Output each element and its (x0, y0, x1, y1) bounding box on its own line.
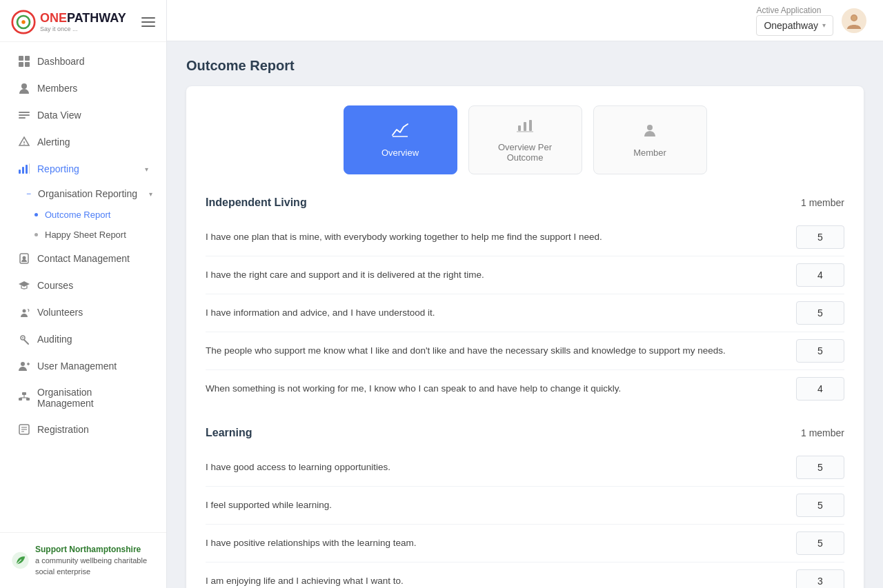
page-title: Outcome Report (186, 58, 864, 74)
chart-icon (391, 123, 409, 142)
svg-rect-15 (26, 165, 28, 174)
sidebar-item-registration[interactable]: Registration (4, 416, 162, 443)
score-box: 3 (796, 569, 844, 588)
sidebar-item-reporting[interactable]: Reporting ▾ (4, 156, 162, 182)
inactive-dot (34, 233, 38, 236)
sidebar-item-label: Dashboard (37, 56, 148, 67)
svg-rect-13 (19, 170, 21, 174)
outcome-row: When something is not working for me, I … (206, 370, 844, 407)
outcome-row: I have good access to learning opportuni… (206, 449, 844, 487)
dashboard-icon (18, 55, 30, 68)
svg-rect-26 (22, 392, 26, 395)
sidebar-item-label: User Management (37, 361, 148, 372)
sidebar-item-user-management[interactable]: User Management (4, 353, 162, 379)
active-app-section: Active Application Onepathway ▾ (756, 6, 833, 36)
outcome-row: The people who support me know what I li… (206, 332, 844, 370)
outcome-title: Learning (206, 427, 252, 439)
score-box: 4 (796, 377, 844, 401)
minus-icon: − (25, 189, 31, 199)
score-box: 5 (796, 339, 844, 363)
outcome-title: Independent Living (206, 196, 307, 209)
tab-member[interactable]: Member (593, 105, 707, 174)
alerting-icon (18, 136, 30, 148)
tab-label: Overview Per Outcome (498, 142, 552, 163)
logo-icon (11, 10, 36, 34)
svg-point-19 (23, 310, 26, 313)
outcome-text: I have information and advice, and I hav… (206, 306, 796, 320)
outcome-row: I have one plan that is mine, with every… (206, 219, 844, 256)
sidebar-item-label: Organisation Management (37, 387, 148, 409)
registration-icon (18, 423, 30, 436)
svg-rect-8 (19, 112, 30, 113)
svg-point-21 (22, 337, 23, 338)
section-independent-living: Independent Living1 memberI have one pla… (206, 196, 844, 407)
main-nav: Dashboard Members Data View Alerting (0, 42, 166, 532)
active-app-label: Active Application (756, 6, 833, 15)
data-view-icon (18, 109, 30, 121)
report-card: Overview Overview Per Outcome (186, 86, 864, 588)
sidebar-item-auditing[interactable]: Auditing (4, 326, 162, 352)
active-dot (34, 213, 38, 216)
tab-overview-per-outcome[interactable]: Overview Per Outcome (468, 105, 582, 174)
svg-rect-9 (19, 114, 30, 116)
outcome-row: I am enjoying life and I achieving what … (206, 562, 844, 588)
sidebar-item-members[interactable]: Members (4, 75, 162, 101)
outcome-row: I have positive relationships with the l… (206, 525, 844, 562)
sidebar-footer: Support Northamptonshire a community wel… (0, 532, 166, 588)
outcome-row: I have information and advice, and I hav… (206, 294, 844, 332)
app-tagline: Say it once ... (40, 26, 126, 32)
topbar: Active Application Onepathway ▾ (167, 0, 883, 41)
svg-line-22 (24, 340, 28, 344)
score-box: 5 (796, 456, 844, 479)
svg-point-38 (852, 15, 857, 20)
sidebar-item-dashboard[interactable]: Dashboard (4, 48, 162, 74)
tab-overview[interactable]: Overview (344, 105, 457, 174)
svg-rect-3 (19, 56, 23, 61)
sidebar-item-org-management[interactable]: Organisation Management (4, 380, 162, 416)
sidebar-item-courses[interactable]: Courses (4, 272, 162, 298)
sidebar-item-data-view[interactable]: Data View (4, 102, 162, 128)
members-icon (18, 82, 30, 94)
person-icon (642, 123, 657, 142)
outcome-header: Independent Living1 member (206, 196, 844, 209)
svg-rect-4 (25, 56, 30, 61)
outcome-header: Learning1 member (206, 427, 844, 439)
outcome-row: I feel supported while learning.5 (206, 487, 844, 525)
tabs-row: Overview Overview Per Outcome (206, 105, 844, 174)
sidebar-item-org-reporting[interactable]: − Organisation Reporting ▾ (0, 183, 166, 205)
org-mgmt-icon (18, 392, 30, 404)
sidebar-item-outcome-report[interactable]: Outcome Report (0, 205, 166, 225)
svg-point-2 (21, 20, 25, 23)
sidebar-item-label: Outcome Report (45, 210, 152, 220)
sidebar-item-contact-management[interactable]: Contact Management (4, 245, 162, 272)
app-selector[interactable]: Onepathway ▾ (756, 15, 833, 36)
score-box: 4 (796, 263, 844, 287)
volunteers-icon (18, 306, 30, 318)
footer-org-name: Support Northamptonshire (35, 545, 141, 554)
svg-point-7 (21, 83, 27, 89)
outcome-text: When something is not working for me, I … (206, 382, 796, 396)
outcome-member-count: 1 member (801, 197, 844, 208)
svg-point-18 (23, 256, 26, 260)
sidebar-item-label: Alerting (37, 136, 148, 148)
sidebar-item-happy-sheet[interactable]: Happy Sheet Report (0, 225, 166, 245)
app-selector-value: Onepathway (764, 20, 818, 31)
outcome-text: I feel supported while learning. (206, 498, 796, 512)
sidebar-item-volunteers[interactable]: Volunteers (4, 299, 162, 325)
user-avatar[interactable] (842, 8, 866, 33)
sidebar-item-label: Courses (37, 280, 148, 291)
sidebar-item-label: Registration (37, 424, 148, 435)
svg-rect-6 (25, 62, 30, 67)
outcome-text: I have one plan that is mine, with every… (206, 230, 796, 244)
svg-point-44 (647, 125, 653, 130)
menu-toggle[interactable] (141, 17, 155, 27)
chevron-down-icon: ▾ (149, 190, 152, 198)
reporting-icon (18, 163, 30, 175)
score-box: 5 (796, 301, 844, 325)
sections-container: Independent Living1 memberI have one pla… (206, 196, 844, 588)
outcome-text: I am enjoying life and I achieving what … (206, 574, 796, 588)
contact-icon (18, 252, 30, 265)
sidebar-item-alerting[interactable]: Alerting (4, 129, 162, 155)
outcome-text: I have the right care and support and it… (206, 268, 796, 282)
brand-logo: ONEPATHWAY Say it once ... (11, 10, 126, 34)
